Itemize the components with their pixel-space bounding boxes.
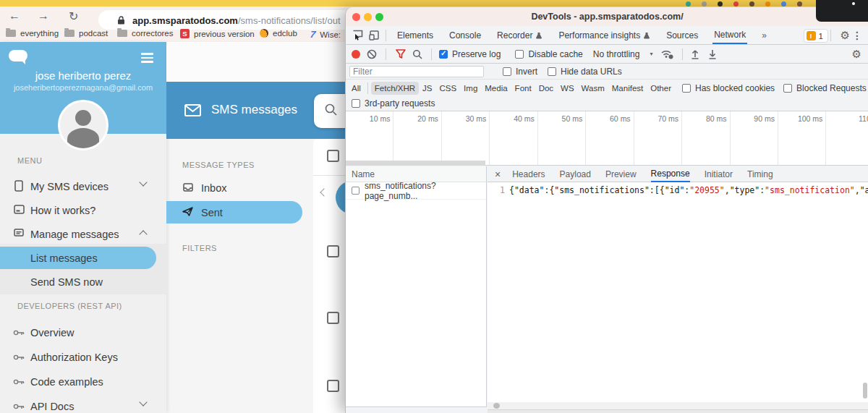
sidebar-item-list-messages[interactable]: List messages bbox=[0, 250, 166, 267]
checkbox-label: Has blocked cookies bbox=[695, 83, 775, 93]
bookmark-podcast[interactable]: podcast bbox=[64, 29, 108, 38]
table-bottom-strip bbox=[346, 406, 487, 413]
third-party-checkbox[interactable]: 3rd-party requests bbox=[352, 98, 435, 108]
line-number: 1 bbox=[488, 185, 509, 195]
tab-elements[interactable]: Elements bbox=[396, 26, 435, 44]
profile-avatar[interactable] bbox=[749, 1, 754, 7]
requests-table: Name sms_notifications?page_numb... bbox=[346, 166, 487, 413]
sidebar-item-overview[interactable]: Overview bbox=[0, 324, 166, 341]
scrollbar-thumb[interactable] bbox=[493, 403, 500, 409]
chip-font[interactable]: Font bbox=[511, 82, 535, 95]
sidebar-item-how-it-works[interactable]: How it works? bbox=[0, 202, 166, 219]
extension-icon[interactable] bbox=[797, 1, 802, 7]
bookmark-correctores[interactable]: correctores bbox=[117, 29, 174, 38]
horizontal-scrollbar[interactable] bbox=[488, 402, 868, 409]
chip-media[interactable]: Media bbox=[481, 82, 511, 95]
tab-headers[interactable]: Headers bbox=[512, 166, 545, 182]
row-checkbox[interactable] bbox=[327, 150, 339, 162]
tab-response[interactable]: Response bbox=[651, 166, 690, 182]
import-har-icon[interactable] bbox=[691, 49, 699, 59]
issues-badge[interactable]: ! 1 bbox=[804, 29, 828, 43]
invert-checkbox[interactable]: Invert bbox=[503, 67, 537, 77]
chip-doc[interactable]: Doc bbox=[535, 82, 557, 95]
timeline-scrollbar[interactable] bbox=[346, 161, 485, 166]
throttling-dropdown[interactable]: No throttling ▾ bbox=[593, 49, 653, 59]
tab-network[interactable]: Network bbox=[712, 26, 747, 44]
bookmark-wise[interactable]: 7 Wise: bbox=[310, 29, 341, 40]
hamburger-menu-icon[interactable] bbox=[141, 53, 153, 65]
vertical-scrollbar[interactable] bbox=[863, 383, 867, 399]
clear-icon[interactable] bbox=[367, 49, 377, 59]
extension-icon[interactable] bbox=[702, 1, 707, 7]
settings-gear-icon[interactable]: ⚙ bbox=[841, 29, 850, 42]
bookmark-everything[interactable]: everything bbox=[6, 29, 59, 38]
record-button[interactable] bbox=[352, 50, 360, 59]
app-logo-chat-icon bbox=[9, 50, 27, 61]
bookmark-previous-version[interactable]: S previous version bbox=[180, 29, 255, 38]
extension-icon[interactable] bbox=[781, 1, 786, 7]
devtools-titlebar: DevTools - app.smsparatodos.com/ bbox=[346, 7, 868, 26]
tab-preview[interactable]: Preview bbox=[605, 166, 637, 182]
tab-performance-insights[interactable]: Performance insights bbox=[557, 26, 652, 44]
filter-inbox[interactable]: Inbox bbox=[166, 179, 311, 197]
chip-all[interactable]: All bbox=[348, 82, 365, 95]
kebab-menu-icon[interactable]: ⋮ bbox=[852, 30, 862, 41]
hide-data-urls-checkbox[interactable]: Hide data URLs bbox=[548, 67, 622, 77]
forward-button[interactable]: → bbox=[38, 9, 49, 22]
row-checkbox[interactable] bbox=[327, 380, 339, 392]
back-button[interactable]: ← bbox=[9, 9, 20, 22]
sidebar-item-manage-messages[interactable]: Manage messages bbox=[0, 226, 166, 243]
extension-icon[interactable] bbox=[733, 1, 739, 7]
search-icon[interactable] bbox=[412, 49, 422, 59]
disable-cache-checkbox[interactable]: Disable cache bbox=[515, 49, 582, 59]
filter-sent[interactable]: Sent bbox=[166, 204, 311, 221]
has-blocked-cookies-checkbox[interactable]: Has blocked cookies bbox=[682, 83, 775, 93]
sidebar-item-code-examples[interactable]: Code examples bbox=[0, 373, 166, 391]
blocked-requests-checkbox[interactable]: Blocked Requests bbox=[783, 83, 867, 93]
sidebar-item-send-sms-now[interactable]: Send SMS now bbox=[0, 273, 166, 291]
inspect-element-icon[interactable] bbox=[352, 30, 363, 41]
extension-icon[interactable] bbox=[718, 1, 723, 7]
preserve-log-checkbox[interactable]: Preserve log bbox=[439, 49, 501, 59]
chip-manifest[interactable]: Manifest bbox=[608, 82, 647, 95]
network-settings-gear-icon[interactable]: ⚙ bbox=[852, 48, 861, 61]
chip-other[interactable]: Other bbox=[647, 82, 675, 95]
row-checkbox[interactable] bbox=[327, 245, 339, 257]
filter-funnel-icon[interactable] bbox=[396, 49, 406, 59]
reload-button[interactable]: ↻ bbox=[69, 9, 78, 23]
response-body-line[interactable]: 1{"data":{"sms_notifications":[{"id":"20… bbox=[488, 185, 868, 195]
more-tabs-button[interactable]: » bbox=[760, 26, 768, 44]
user-name: jose heriberto perez bbox=[0, 69, 166, 82]
chip-js[interactable]: JS bbox=[419, 82, 435, 95]
export-har-icon[interactable] bbox=[708, 49, 717, 59]
network-timeline-ruler[interactable]: 10 ms 20 ms 30 ms 40 ms 50 ms 60 ms 70 m… bbox=[346, 111, 868, 166]
sidebar-item-label: Send SMS now bbox=[30, 276, 103, 288]
row-checkbox[interactable] bbox=[327, 312, 339, 324]
bookmark-label: Wise: bbox=[320, 30, 341, 39]
extension-icon[interactable] bbox=[686, 1, 691, 7]
tab-recorder[interactable]: Recorder bbox=[495, 26, 544, 44]
tab-payload[interactable]: Payload bbox=[560, 166, 591, 182]
network-conditions-icon[interactable] bbox=[661, 49, 673, 59]
chip-css[interactable]: CSS bbox=[435, 82, 460, 95]
chip-fetch-xhr[interactable]: Fetch/XHR bbox=[371, 82, 419, 95]
sidebar-item-authorization-keys[interactable]: Authorization Keys bbox=[0, 349, 166, 366]
tab-sources[interactable]: Sources bbox=[665, 26, 699, 44]
close-icon[interactable]: × bbox=[495, 169, 501, 180]
request-doc-icon bbox=[352, 187, 359, 195]
extension-icon[interactable] bbox=[765, 1, 770, 7]
tab-timing[interactable]: Timing bbox=[747, 166, 773, 182]
request-row[interactable]: sms_notifications?page_numb... bbox=[346, 182, 486, 200]
chip-ws[interactable]: WS bbox=[557, 82, 578, 95]
chip-wasm[interactable]: Wasm bbox=[578, 82, 608, 95]
device-toolbar-icon[interactable] bbox=[369, 30, 380, 41]
avatar[interactable] bbox=[58, 100, 109, 150]
tab-console[interactable]: Console bbox=[448, 26, 482, 44]
sidebar-item-my-sms-devices[interactable]: My SMS devices bbox=[0, 178, 166, 195]
tab-initiator[interactable]: Initiator bbox=[705, 166, 733, 182]
collapse-chevron-icon[interactable] bbox=[320, 188, 328, 196]
sidebar-item-api-docs[interactable]: API Docs bbox=[0, 398, 166, 413]
filter-input[interactable] bbox=[349, 66, 484, 77]
chip-img[interactable]: Img bbox=[460, 82, 481, 95]
bookmark-edclub[interactable]: edclub bbox=[260, 29, 297, 38]
